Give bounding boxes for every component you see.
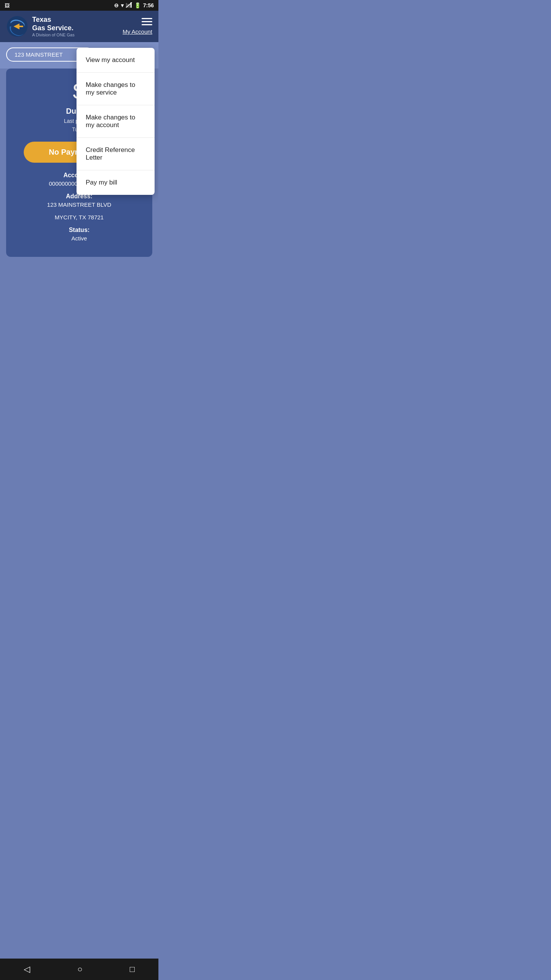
dropdown-overlay: View my accountMake changes to my servic… bbox=[0, 0, 158, 343]
dropdown-item-changes-account[interactable]: Make changes to my account bbox=[77, 105, 155, 138]
dropdown-item-view-account[interactable]: View my account bbox=[77, 48, 155, 73]
dropdown-item-pay-bill[interactable]: Pay my bill bbox=[77, 170, 155, 195]
dropdown-item-changes-service[interactable]: Make changes to my service bbox=[77, 73, 155, 105]
dropdown-item-credit-reference[interactable]: Credit Reference Letter bbox=[77, 138, 155, 170]
dropdown-menu: View my accountMake changes to my servic… bbox=[77, 48, 155, 195]
